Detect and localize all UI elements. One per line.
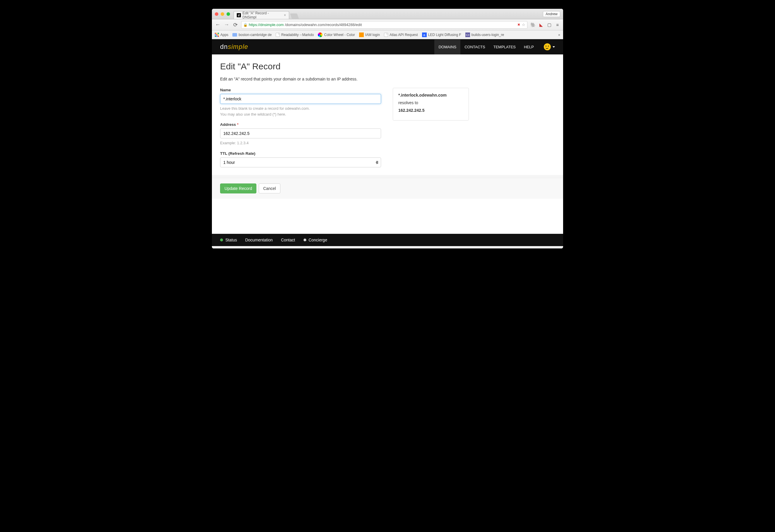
adafruit-icon: a xyxy=(422,32,427,37)
preview-panel: *.interlock.odewahn.com resolves to 162.… xyxy=(393,88,469,121)
preview-resolves-label: resolves to xyxy=(398,100,463,105)
address-help: Example: 1.2.3.4 xyxy=(220,140,381,146)
page-subtitle: Edit an "A" record that points your doma… xyxy=(220,77,555,81)
abp-icon[interactable]: ✖ xyxy=(518,23,520,27)
logo[interactable]: dnsimple xyxy=(220,43,248,51)
bookmark-item[interactable]: IAM login xyxy=(359,32,380,37)
status-dot-icon xyxy=(220,238,223,241)
bookmarks-overflow-icon[interactable]: » xyxy=(558,33,560,37)
zoom-window-button[interactable] xyxy=(226,12,230,16)
nav-help[interactable]: HELP xyxy=(520,40,538,54)
preview-ip: 162.242.242.5 xyxy=(398,108,463,113)
primary-nav: DOMAINS CONTACTS TEMPLATES HELP xyxy=(434,40,555,54)
forward-button[interactable]: → xyxy=(224,22,229,28)
chrome-menu-icon[interactable]: ≡ xyxy=(555,22,560,28)
browser-tab[interactable]: d Edit "A" Record - DNSimpl × xyxy=(233,11,289,19)
tab-favicon: d xyxy=(237,13,241,17)
address-bar[interactable]: 🔒 https://dnsimple.com/domains/odewahn.c… xyxy=(241,21,528,29)
apps-button[interactable]: Apps xyxy=(215,33,228,37)
bookmark-item[interactable]: Atlas API Request xyxy=(384,33,418,37)
bookmark-star-icon[interactable]: ☆ xyxy=(522,23,525,27)
nav-domains[interactable]: DOMAINS xyxy=(434,40,461,54)
minimize-window-button[interactable] xyxy=(221,12,224,16)
url-host: https://dnsimple.com xyxy=(249,23,283,27)
footer-status[interactable]: Status xyxy=(225,238,237,242)
bookmarks-bar: Apps boston-cambridge de Readability→Mar… xyxy=(212,30,563,39)
heroku-icon: <> xyxy=(465,32,470,37)
chrome-profile-badge[interactable]: Andrew xyxy=(543,11,560,17)
ttl-label: TTL (Refresh Rate) xyxy=(220,151,381,156)
bookmark-item[interactable]: Color Wheel - Color xyxy=(318,32,355,37)
footer-documentation[interactable]: Documentation xyxy=(245,238,273,242)
address-input[interactable] xyxy=(220,128,381,138)
window-bottom-gap xyxy=(212,246,563,248)
preview-hostname: *.interlock.odewahn.com xyxy=(398,93,463,97)
cancel-button[interactable]: Cancel xyxy=(259,183,280,193)
page-spacer xyxy=(212,199,563,234)
page-content: Edit "A" Record Edit an "A" record that … xyxy=(212,54,563,175)
nav-templates[interactable]: TEMPLATES xyxy=(489,40,520,54)
cast-icon[interactable]: ▢ xyxy=(547,22,552,28)
name-label: Name xyxy=(220,88,381,92)
browser-toolbar: ← → ⟳ 🔒 https://dnsimple.com/domains/ode… xyxy=(212,19,563,30)
name-help-2: You may also use the wildcard (*) here. xyxy=(220,111,381,117)
footer-concierge[interactable]: ✱ Concierge xyxy=(303,238,327,242)
address-label: Address * xyxy=(220,122,381,127)
close-window-button[interactable] xyxy=(215,12,218,16)
name-input[interactable] xyxy=(220,94,381,104)
app-footer: Status Documentation Contact ✱ Concierge xyxy=(212,234,563,246)
lock-icon: 🔒 xyxy=(243,23,247,27)
snowflake-icon: ✱ xyxy=(303,238,307,242)
bookmark-item[interactable]: <> builds-users-login_re xyxy=(465,32,504,37)
window-controls xyxy=(215,12,230,16)
page-icon xyxy=(384,33,388,37)
ttl-select[interactable] xyxy=(220,157,381,167)
footer-contact[interactable]: Contact xyxy=(281,238,295,242)
extension-icons: 🐘 ◣ ▢ ≡ xyxy=(530,22,560,28)
nav-contacts[interactable]: CONTACTS xyxy=(461,40,489,54)
apps-icon xyxy=(215,33,219,37)
caret-down-icon xyxy=(553,46,555,48)
tab-title: Edit "A" Record - DNSimpl xyxy=(243,11,282,19)
user-menu[interactable] xyxy=(544,43,555,50)
bookmark-item[interactable]: Readability→Markdo xyxy=(276,33,314,37)
back-button[interactable]: ← xyxy=(215,22,221,28)
update-record-button[interactable]: Update Record xyxy=(220,183,256,193)
record-form: Name Leave this blank to create a record… xyxy=(220,88,381,173)
url-path: /domains/odewahn.com/records/4894288/edi… xyxy=(285,23,362,27)
browser-window: d Edit "A" Record - DNSimpl × Andrew ← →… xyxy=(212,9,563,248)
colorwheel-icon xyxy=(318,32,322,37)
reload-button[interactable]: ⟳ xyxy=(232,22,238,28)
aws-icon xyxy=(359,32,364,37)
page-title: Edit "A" Record xyxy=(220,61,555,71)
required-asterisk: * xyxy=(237,122,238,127)
bookmark-item[interactable]: a LED Light Diffusing F xyxy=(422,32,461,37)
extension-icon-2[interactable]: ◣ xyxy=(539,22,544,28)
evernote-icon[interactable]: 🐘 xyxy=(530,22,536,28)
name-help-1: Leave this blank to create a record for … xyxy=(220,106,381,111)
close-tab-icon[interactable]: × xyxy=(284,13,286,17)
browser-tab-strip: d Edit "A" Record - DNSimpl × Andrew xyxy=(212,9,563,19)
app-header: dnsimple DOMAINS CONTACTS TEMPLATES HELP xyxy=(212,39,563,54)
new-tab-button[interactable] xyxy=(290,13,299,19)
page-icon xyxy=(276,33,280,37)
folder-icon xyxy=(232,33,237,37)
form-actions: Update Record Cancel xyxy=(212,178,563,199)
bookmark-item[interactable]: boston-cambridge de xyxy=(232,33,271,37)
avatar-icon xyxy=(544,43,551,50)
